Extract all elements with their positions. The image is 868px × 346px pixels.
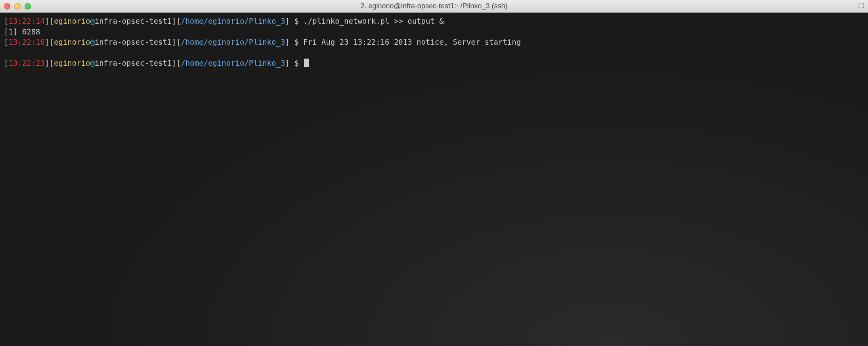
close-button[interactable] [4,3,10,10]
prompt-user: eginorio [54,17,90,25]
prompt-path: /home/eginorio/Plinko_3 [181,38,285,46]
bracket: ] [285,59,289,67]
terminal-content[interactable]: [13:22:14][eginorio@infra-opsec-test1][/… [0,13,868,346]
terminal-line: [13:22:14][eginorio@infra-opsec-test1][/… [4,16,864,27]
at-symbol: @ [90,59,94,67]
terminal-line: [1] 6288 [4,27,864,37]
minimize-button[interactable] [14,3,21,10]
prompt-user: eginorio [54,59,90,67]
bracket: [ [4,59,8,67]
cursor [304,59,309,67]
prompt-path: /home/eginorio/Plinko_3 [181,17,285,25]
bracket: [ [49,38,54,46]
command-text: Fri Aug 23 13:22:16 2013 notice, Server … [303,38,521,46]
bracket: ] [172,59,176,67]
output-text: [1] 6288 [4,27,40,36]
traffic-lights [4,3,31,10]
bracket: ] [172,17,176,25]
at-symbol: @ [90,17,94,25]
prompt-user: eginorio [54,38,90,46]
prompt-dollar: $ [290,17,303,25]
titlebar: 2. eginorio@infra-opsec-test1:~/Plinko_3… [0,0,868,13]
maximize-button[interactable] [25,3,31,10]
prompt-path: /home/eginorio/Plinko_3 [181,59,285,67]
terminal-line: [13:22:23][eginorio@infra-opsec-test1][/… [4,58,864,68]
window-title: 2. eginorio@infra-opsec-test1:~/Plinko_3… [361,2,508,10]
bracket: ] [45,17,49,25]
prompt-time: 13:22:14 [8,17,45,25]
bracket: ] [45,59,49,67]
prompt-time: 13:22:23 [8,59,45,67]
bracket: [ [49,59,54,67]
prompt-time: 13:22:16 [8,38,45,46]
bracket: [ [176,59,181,67]
bracket: [ [176,38,181,46]
terminal-line [4,48,864,58]
terminal-line: [13:22:16][eginorio@infra-opsec-test1][/… [4,37,864,48]
bracket: ] [172,38,176,46]
bracket: ] [45,38,49,46]
prompt-host: infra-opsec-test1 [95,59,172,67]
bracket: ] [285,38,289,46]
bracket: [ [4,17,8,25]
command-text: ./plinko_network.pl >> output & [303,17,444,25]
bracket: [ [4,38,8,46]
prompt-dollar: $ [290,38,303,46]
expand-icon[interactable] [858,3,864,10]
bracket: ] [285,17,289,25]
bracket: [ [49,17,54,25]
prompt-host: infra-opsec-test1 [95,38,172,46]
prompt-dollar: $ [290,59,303,67]
prompt-host: infra-opsec-test1 [95,17,172,25]
bracket: [ [176,17,181,25]
at-symbol: @ [90,38,94,46]
